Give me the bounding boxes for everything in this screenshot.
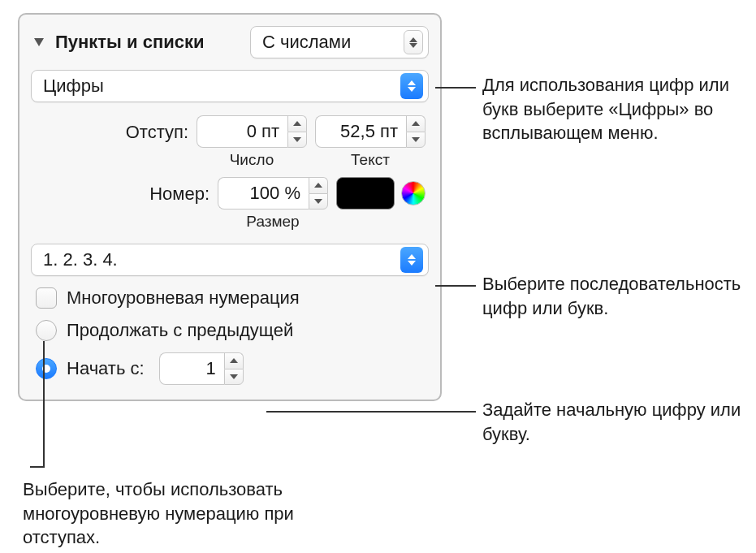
callout-sequence: Выберите последовательность цифр или бук… [482, 272, 742, 320]
stepper-up-icon[interactable] [224, 352, 244, 369]
svg-marker-13 [230, 358, 238, 363]
svg-marker-5 [293, 121, 301, 126]
callout-line [435, 87, 476, 89]
indent-text-field[interactable]: 52,5 пт [315, 115, 426, 148]
stepper-down-icon[interactable] [287, 132, 307, 149]
callout-start: Задайте начальную цифру или букву. [482, 398, 742, 446]
callout-line [266, 411, 476, 413]
number-format-popup[interactable]: Цифры [31, 70, 429, 102]
svg-marker-7 [412, 121, 420, 126]
continue-radio[interactable] [36, 320, 57, 341]
svg-marker-6 [293, 137, 301, 142]
svg-marker-12 [408, 261, 416, 266]
panel-title: Пункты и списки [55, 32, 204, 53]
tiered-numbers-row: Многоуровневая нумерация [31, 287, 429, 309]
chevron-up-down-icon [404, 30, 423, 54]
list-type-popup[interactable]: С числами [250, 26, 429, 58]
start-row: Начать с: 1 [31, 352, 429, 385]
callout-format: Для использования цифр или букв выберите… [482, 73, 742, 145]
sequence-value: 1. 2. 3. 4. [43, 249, 118, 270]
start-stepper[interactable] [224, 352, 244, 385]
stepper-down-icon[interactable] [224, 369, 244, 386]
indent-number-field[interactable]: 0 пт [197, 115, 307, 148]
number-size-stepper[interactable] [309, 177, 328, 210]
tiered-numbers-label: Многоуровневая нумерация [67, 287, 300, 309]
svg-marker-3 [408, 80, 416, 85]
svg-marker-8 [412, 137, 420, 142]
svg-marker-4 [408, 87, 416, 92]
number-format-value: Цифры [43, 76, 104, 97]
color-swatch[interactable] [336, 177, 395, 210]
callout-tiered: Выберите, чтобы использовать многоуровне… [23, 477, 348, 550]
chevron-up-down-icon [400, 73, 423, 99]
indent-number-stepper[interactable] [287, 115, 307, 148]
indent-number-value[interactable]: 0 пт [197, 115, 287, 148]
stepper-up-icon[interactable] [287, 115, 307, 132]
callout-line [43, 341, 45, 466]
indent-text-sublabel: Текст [351, 151, 390, 169]
indent-label: Отступ: [126, 115, 188, 143]
svg-marker-2 [409, 43, 417, 48]
color-wheel-icon[interactable] [401, 181, 426, 205]
stepper-up-icon[interactable] [406, 115, 426, 132]
indent-text-stepper[interactable] [406, 115, 426, 148]
chevron-up-down-icon [400, 247, 423, 273]
svg-marker-9 [314, 183, 322, 188]
number-size-field[interactable]: 100 % [218, 177, 328, 210]
stepper-down-icon[interactable] [406, 132, 426, 149]
continue-label: Продолжать с предыдущей [67, 320, 293, 341]
start-value[interactable]: 1 [159, 352, 224, 385]
svg-marker-10 [314, 199, 322, 204]
list-type-value: С числами [262, 32, 351, 53]
bullets-lists-panel: Пункты и списки С числами Цифры Отступ: … [18, 13, 442, 401]
svg-marker-1 [409, 37, 417, 42]
disclosure-triangle-icon[interactable] [31, 34, 47, 50]
panel-header: Пункты и списки С числами [31, 26, 429, 58]
number-size-value[interactable]: 100 % [218, 177, 309, 210]
svg-marker-14 [230, 374, 238, 379]
stepper-up-icon[interactable] [309, 177, 328, 193]
sequence-popup[interactable]: 1. 2. 3. 4. [31, 244, 429, 276]
callout-line [435, 285, 476, 287]
number-label: Номер: [149, 177, 210, 205]
tiered-numbers-checkbox[interactable] [36, 287, 57, 309]
indent-text-value[interactable]: 52,5 пт [315, 115, 406, 148]
start-value-field[interactable]: 1 [159, 352, 244, 385]
start-radio[interactable] [36, 358, 57, 379]
svg-marker-0 [34, 38, 44, 46]
continue-row: Продолжать с предыдущей [31, 320, 429, 341]
svg-marker-11 [408, 254, 416, 259]
start-label: Начать с: [67, 358, 145, 379]
stepper-down-icon[interactable] [309, 193, 328, 210]
indent-number-sublabel: Число [230, 151, 274, 169]
number-size-sublabel: Размер [246, 213, 299, 231]
callout-line [30, 466, 45, 468]
